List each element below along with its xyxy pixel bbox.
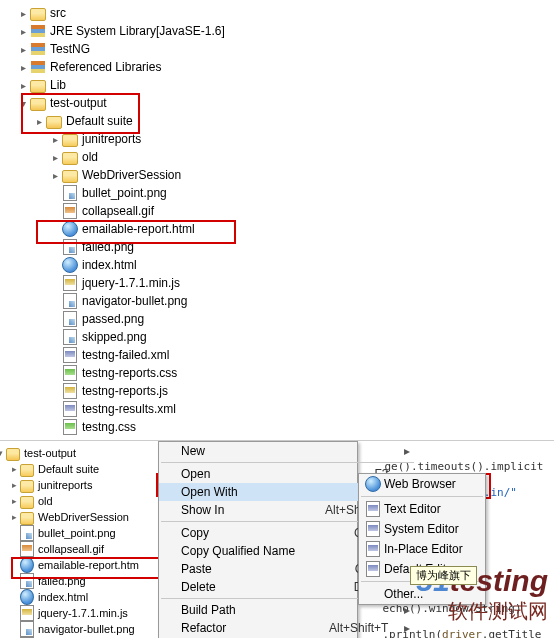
folder-closed-icon (62, 149, 78, 165)
expand-arrow[interactable]: ▸ (16, 8, 30, 19)
menu-label: Paste (159, 560, 315, 578)
menu-shortcut: Alt+Shift+T (315, 619, 404, 637)
file-js-icon (62, 383, 78, 399)
menu-item[interactable]: RefactorAlt+Shift+T▸ (159, 619, 416, 637)
bottom-panel: ▾test-output▸Default suite▸junitreports▸… (0, 440, 554, 638)
file-xml-icon (365, 521, 381, 537)
expand-arrow[interactable]: ▸ (16, 80, 30, 91)
context-menu[interactable]: New▸OpenF3Open With▸Show InAlt+Shift+W▸C… (158, 441, 358, 638)
file-img-icon (62, 293, 78, 309)
tree-label: bullet_point.png (81, 186, 167, 200)
file-xml-icon (62, 347, 78, 363)
file-js-icon (20, 606, 34, 620)
tree-item[interactable]: ·emailable-report.html (0, 220, 554, 238)
tree-label: testng.css (81, 420, 136, 434)
expand-arrow[interactable]: ▸ (16, 62, 30, 73)
tree-item[interactable]: ·emailable-report.htm (0, 557, 139, 573)
tree-item[interactable]: ·testng.css (0, 418, 554, 436)
tree-item[interactable]: ▸Default suite (0, 461, 139, 477)
tree-item[interactable]: ·testng-results.xml (0, 400, 554, 418)
tree-item[interactable]: ▾test-output (0, 445, 139, 461)
expand-arrow[interactable]: ▸ (8, 464, 20, 474)
tree-label: bullet_point.png (37, 527, 116, 539)
submenu-item[interactable]: Other... (359, 584, 485, 604)
tree-item[interactable]: ·testng-failed.xml (0, 346, 554, 364)
expand-arrow[interactable]: ▸ (16, 44, 30, 55)
tree-item[interactable]: ·collapseall.gif (0, 202, 554, 220)
expand-arrow[interactable]: ▸ (48, 170, 62, 181)
tree-item[interactable]: ▸WebDriverSession (0, 166, 554, 184)
folder-closed-icon (62, 167, 78, 183)
tree-item[interactable]: ▸junitreports (0, 130, 554, 148)
expand-arrow[interactable]: ▾ (16, 98, 30, 109)
tree-item[interactable]: ·testng-reports.js (0, 382, 554, 400)
tree-item[interactable]: ▸src (0, 4, 554, 22)
tree-item[interactable]: ▸old (0, 148, 554, 166)
tree-item[interactable]: ·bullet_point.png (0, 525, 139, 541)
expand-arrow[interactable]: ▸ (8, 512, 20, 522)
project-tree-top[interactable]: ▸src▸JRE System Library [JavaSE-1.6]▸Tes… (0, 0, 554, 440)
menu-label: Refactor (159, 619, 315, 637)
browser-icon (62, 257, 78, 273)
tree-label: index.html (37, 591, 88, 603)
tree-item[interactable]: ▸Default suite (0, 112, 554, 130)
file-xml-icon (365, 561, 381, 577)
tree-label: JRE System Library (49, 24, 156, 38)
menu-label: Build Path (159, 601, 315, 619)
tree-item[interactable]: ▸Referenced Libraries (0, 58, 554, 76)
tree-item[interactable]: ·index.html (0, 256, 554, 274)
tree-item[interactable]: ·failed.png (0, 573, 139, 589)
tree-item[interactable]: ·navigator-bullet.png (0, 621, 139, 637)
file-img-icon (62, 239, 78, 255)
file-js-icon (62, 275, 78, 291)
expand-arrow[interactable]: ▸ (48, 134, 62, 145)
menu-arrow: ▸ (404, 442, 416, 460)
expand-arrow[interactable]: ▸ (8, 480, 20, 490)
folder-closed-icon (20, 510, 34, 524)
tree-item[interactable]: ▸WebDriverSession (0, 509, 139, 525)
folder-closed-icon (62, 131, 78, 147)
tree-item[interactable]: ·jquery-1.7.1.min.js (0, 605, 139, 621)
tree-item[interactable]: ·testng-reports.css (0, 364, 554, 382)
library-icon (30, 23, 46, 39)
expand-arrow[interactable]: ▸ (48, 152, 62, 163)
tree-label: src (49, 6, 66, 20)
tree-item[interactable]: ·bullet_point.png (0, 184, 554, 202)
submenu-label: Web Browser (384, 477, 456, 491)
tree-label: junitreports (37, 479, 92, 491)
submenu-item[interactable]: System Editor (359, 519, 485, 539)
tree-item[interactable]: ▸old (0, 493, 139, 509)
project-tree-bottom[interactable]: ▾test-output▸Default suite▸junitreports▸… (0, 441, 139, 638)
submenu-item[interactable]: In-Place Editor (359, 539, 485, 559)
tree-label: test-output (49, 96, 107, 110)
tree-item[interactable]: ·skipped.png (0, 328, 554, 346)
tree-label: WebDriverSession (37, 511, 129, 523)
tree-item[interactable]: ▸TestNG (0, 40, 554, 58)
tree-item[interactable]: ·jquery-1.7.1.min.js (0, 274, 554, 292)
menu-item[interactable]: New▸ (159, 442, 416, 460)
submenu-item[interactable]: Text Editor (359, 499, 485, 519)
menu-arrow: ▸ (404, 619, 416, 637)
submenu-item[interactable]: Web Browser (359, 474, 485, 494)
tree-item[interactable]: ·index.html (0, 589, 139, 605)
file-img-icon (20, 622, 34, 636)
expand-arrow[interactable]: ▸ (32, 116, 46, 127)
folder-open-icon (6, 446, 20, 460)
tree-item[interactable]: ▸junitreports (0, 477, 139, 493)
tree-item[interactable]: ·collapseall.gif (0, 541, 139, 557)
tree-label: jquery-1.7.1.min.js (81, 276, 180, 290)
folder-closed-icon (20, 478, 34, 492)
expand-arrow[interactable]: ▸ (8, 496, 20, 506)
tree-item[interactable]: ▸Lib (0, 76, 554, 94)
tree-item[interactable]: ·passed.png (0, 310, 554, 328)
expand-arrow[interactable]: ▸ (16, 26, 30, 37)
tree-item[interactable]: ▸JRE System Library [JavaSE-1.6] (0, 22, 554, 40)
open-with-submenu[interactable]: Web BrowserText EditorSystem EditorIn-Pl… (358, 473, 486, 605)
submenu-label: Text Editor (384, 502, 441, 516)
folder-open-icon (46, 113, 62, 129)
tree-item[interactable]: ·failed.png (0, 238, 554, 256)
tree-label: emailable-report.html (81, 222, 195, 236)
tree-label: failed.png (81, 240, 134, 254)
tree-item[interactable]: ·navigator-bullet.png (0, 292, 554, 310)
tree-item[interactable]: ▾test-output (0, 94, 554, 112)
